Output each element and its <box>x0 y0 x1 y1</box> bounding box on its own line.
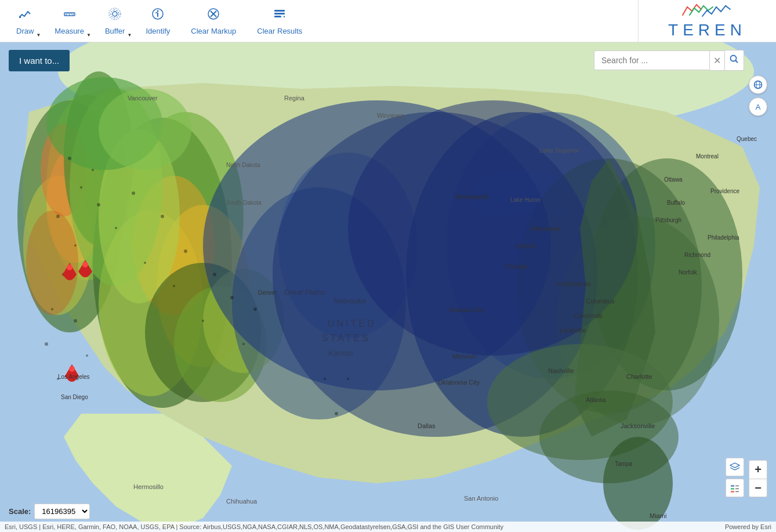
svg-text:Ottawa: Ottawa <box>664 176 683 183</box>
clear-results-label: Clear Results <box>257 27 302 35</box>
svg-point-73 <box>213 273 216 276</box>
measure-arrow: ▼ <box>86 32 91 38</box>
zoom-out-button[interactable]: − <box>749 479 767 497</box>
svg-point-66 <box>115 227 117 229</box>
buffer-icon <box>108 7 122 24</box>
measure-button[interactable]: Measure ▼ <box>44 2 95 40</box>
svg-point-71 <box>184 249 187 253</box>
map-container[interactable]: Minneapolis Milwaukee Detroit Chicago In… <box>0 42 776 532</box>
svg-point-75 <box>45 342 48 346</box>
zoom-controls: + − <box>749 460 767 497</box>
svg-point-62 <box>74 244 77 247</box>
scale-select[interactable]: 161963958000000400000020000001000000 <box>34 504 90 519</box>
clear-markup-button[interactable]: Clear Markup <box>180 2 246 40</box>
compass-button[interactable]: A <box>749 97 767 116</box>
svg-point-59 <box>68 157 71 160</box>
layers-icon <box>730 462 740 472</box>
svg-text:Cincinnati: Cincinnati <box>574 312 602 319</box>
svg-point-82 <box>324 378 326 380</box>
svg-text:Norfolk: Norfolk <box>679 269 698 276</box>
attribution-left: Esri, USGS | Esri, HERE, Garmin, FAO, NO… <box>5 523 503 530</box>
svg-text:Jacksonville: Jacksonville <box>621 422 655 429</box>
svg-text:Winnipeg: Winnipeg <box>377 112 404 119</box>
svg-point-70 <box>173 285 175 287</box>
svg-point-85 <box>67 265 72 270</box>
search-clear-button[interactable]: ✕ <box>710 50 725 71</box>
identify-button[interactable]: Identify <box>135 2 180 40</box>
svg-point-135 <box>731 56 737 61</box>
globe-icon <box>753 80 763 89</box>
svg-point-65 <box>97 203 100 207</box>
svg-text:Miami: Miami <box>650 512 666 519</box>
search-submit-button[interactable] <box>725 50 744 71</box>
svg-line-136 <box>736 61 738 63</box>
svg-text:Vancouver: Vancouver <box>128 95 158 102</box>
svg-text:Pittsburgh: Pittsburgh <box>655 217 681 223</box>
svg-point-77 <box>74 319 77 323</box>
buffer-button[interactable]: Buffer ▼ <box>95 2 135 40</box>
svg-text:Richmond: Richmond <box>684 252 710 258</box>
svg-text:Tampa: Tampa <box>615 461 632 467</box>
svg-text:San Antonio: San Antonio <box>464 495 498 502</box>
wave-lines-icon <box>681 2 734 19</box>
svg-text:Columbus: Columbus <box>586 298 615 305</box>
svg-text:San Diego: San Diego <box>61 394 88 400</box>
svg-text:Dallas: Dallas <box>418 422 436 429</box>
svg-point-81 <box>253 307 257 311</box>
svg-point-64 <box>92 169 94 171</box>
buffer-arrow: ▼ <box>127 32 132 38</box>
search-icon <box>730 55 739 64</box>
svg-rect-142 <box>731 488 734 490</box>
svg-point-80 <box>242 343 245 345</box>
svg-text:Hermosillo: Hermosillo <box>133 483 164 490</box>
draw-label: Draw <box>16 27 34 35</box>
logo-text: TEREN <box>668 21 746 39</box>
draw-arrow: ▼ <box>36 32 41 38</box>
legend-icon <box>730 483 740 493</box>
svg-text:Louisville: Louisville <box>560 327 586 334</box>
svg-text:Regina: Regina <box>284 95 305 102</box>
clear-results-button[interactable]: Clear Results <box>246 2 313 40</box>
attribution-right: Powered by Esri <box>725 523 771 530</box>
clear-markup-icon <box>206 7 220 24</box>
svg-point-87 <box>69 366 75 372</box>
svg-point-79 <box>230 296 234 299</box>
svg-rect-18 <box>274 13 285 15</box>
svg-text:Los Angeles: Los Angeles <box>58 374 90 380</box>
svg-text:Minneapolis: Minneapolis <box>455 193 489 200</box>
svg-text:Detroit: Detroit <box>516 243 535 249</box>
svg-text:Lake Huron: Lake Huron <box>510 197 541 203</box>
toolbar: Draw ▼ Measure ▼ Buffer ▼ <box>0 0 638 42</box>
clear-markup-label: Clear Markup <box>191 27 236 35</box>
buffer-label: Buffer <box>105 27 125 35</box>
i-want-to-button[interactable]: I want to... <box>9 50 70 71</box>
svg-text:Atlanta: Atlanta <box>586 396 606 403</box>
svg-point-8 <box>111 10 119 18</box>
svg-point-32 <box>26 211 78 315</box>
map-controls: A <box>749 75 767 116</box>
zoom-in-button[interactable]: + <box>749 460 767 479</box>
svg-point-67 <box>132 191 135 195</box>
svg-text:UNITED: UNITED <box>328 319 376 328</box>
legend-button[interactable] <box>726 479 744 497</box>
svg-text:Chicago: Chicago <box>505 263 528 270</box>
svg-point-12 <box>157 10 159 12</box>
svg-text:Missouri: Missouri <box>452 353 476 360</box>
search-input[interactable] <box>594 50 710 70</box>
svg-point-86 <box>82 262 88 267</box>
svg-point-69 <box>161 215 164 218</box>
measure-label: Measure <box>55 27 84 35</box>
svg-text:Kansas City: Kansas City <box>449 306 484 313</box>
svg-rect-143 <box>731 491 734 493</box>
layers-button[interactable] <box>726 458 744 476</box>
globe-button[interactable] <box>749 75 767 94</box>
svg-text:Kansas: Kansas <box>328 349 354 357</box>
svg-text:Indianapolis: Indianapolis <box>557 280 591 287</box>
svg-text:Buffalo: Buffalo <box>667 200 685 206</box>
svg-text:Oklahoma City: Oklahoma City <box>438 379 480 386</box>
clear-results-icon <box>273 7 287 24</box>
svg-text:Montreal: Montreal <box>696 153 719 160</box>
svg-point-74 <box>51 308 53 310</box>
svg-marker-140 <box>730 463 739 468</box>
draw-button[interactable]: Draw ▼ <box>6 2 44 40</box>
